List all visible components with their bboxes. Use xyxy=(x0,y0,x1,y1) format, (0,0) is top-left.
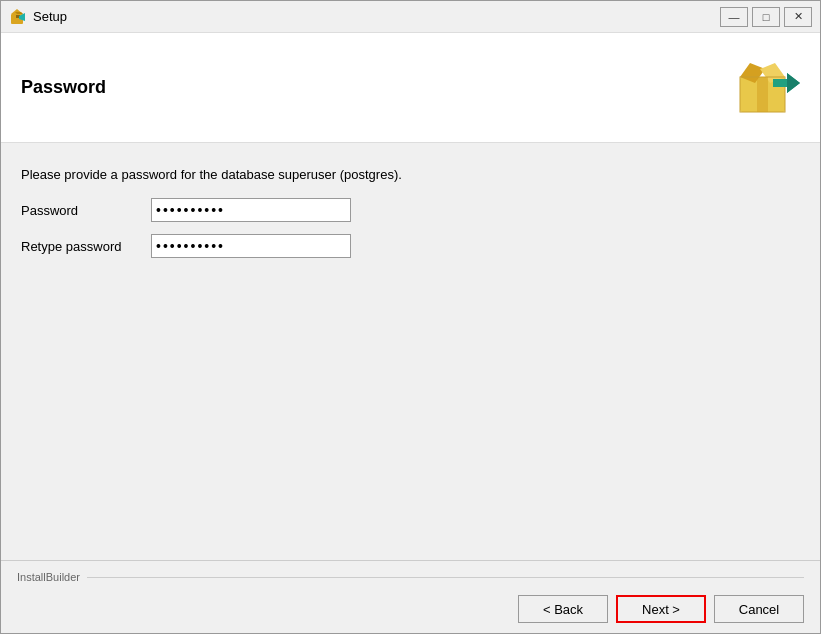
close-button[interactable]: ✕ xyxy=(784,7,812,27)
password-row: Password xyxy=(21,198,800,222)
title-bar-controls: — □ ✕ xyxy=(720,7,812,27)
retype-row: Retype password xyxy=(21,234,800,258)
titlebar-icon xyxy=(9,8,27,26)
setup-window: Setup — □ ✕ Password xyxy=(0,0,821,634)
cancel-button[interactable]: Cancel xyxy=(714,595,804,623)
password-input[interactable] xyxy=(151,198,351,222)
maximize-button[interactable]: □ xyxy=(752,7,780,27)
svg-marker-11 xyxy=(787,73,800,93)
footer-buttons: < Back Next > Cancel xyxy=(17,591,804,623)
title-bar-text: Setup xyxy=(33,9,720,24)
description-text: Please provide a password for the databa… xyxy=(21,167,800,182)
minimize-button[interactable]: — xyxy=(720,7,748,27)
back-button[interactable]: < Back xyxy=(518,595,608,623)
next-button[interactable]: Next > xyxy=(616,595,706,623)
box-icon-svg xyxy=(735,55,800,120)
brand-label: InstallBuilder xyxy=(17,571,804,583)
page-title: Password xyxy=(21,77,106,98)
password-label: Password xyxy=(21,203,151,218)
svg-rect-9 xyxy=(757,77,768,112)
main-content: Please provide a password for the databa… xyxy=(1,143,820,560)
retype-password-input[interactable] xyxy=(151,234,351,258)
footer-section: InstallBuilder < Back Next > Cancel xyxy=(1,560,820,633)
setup-icon xyxy=(735,55,800,120)
retype-label: Retype password xyxy=(21,239,151,254)
title-bar: Setup — □ ✕ xyxy=(1,1,820,33)
header-section: Password xyxy=(1,33,820,143)
